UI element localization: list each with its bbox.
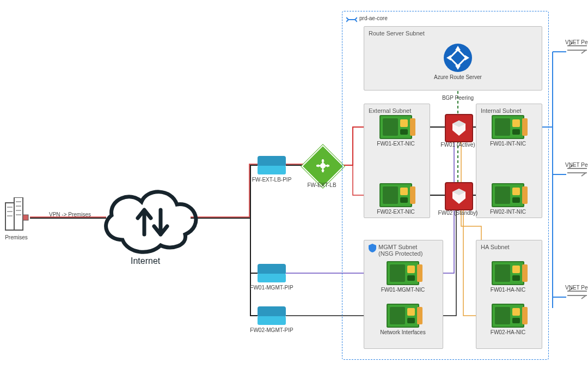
ha-subnet-title: HA Subnet bbox=[481, 244, 510, 250]
route-server-subnet-title: Route Server Subnet bbox=[369, 30, 425, 37]
internet-label: Internet bbox=[131, 256, 160, 266]
fw02-int-nic-icon bbox=[492, 183, 524, 207]
fw02-ha-nic-icon bbox=[492, 304, 524, 328]
vnet-icon bbox=[346, 15, 357, 25]
vnet-peer-3-label: VNET Peer bbox=[565, 285, 588, 291]
fw01-ext-nic-icon bbox=[379, 115, 412, 139]
pip-ext-lb-icon bbox=[258, 156, 286, 174]
internet-cloud-icon bbox=[95, 180, 204, 263]
vnet-peer-1: VNET Peer bbox=[562, 39, 588, 56]
pip-mgmt1-label: FW01-MGMT-PIP bbox=[250, 285, 293, 291]
fw02-label: FW02 (Standby) bbox=[438, 210, 478, 216]
fw02-ext-nic-icon bbox=[379, 183, 412, 207]
mgmt-subnet-title: MGMT Subnet (NSG Protected) bbox=[378, 244, 422, 257]
fw01-icon bbox=[445, 114, 473, 142]
fw01-ha-nic-label: FW01-HA-NIC bbox=[491, 287, 525, 293]
svg-point-10 bbox=[320, 163, 326, 168]
fw01-mgmt-nic-label: FW01-MGMT-NIC bbox=[381, 287, 425, 293]
vnet-peer-2-label: VNET Peer bbox=[565, 162, 588, 168]
vnet-name: prd-ae-core bbox=[359, 15, 388, 21]
onprem-label: Premises bbox=[2, 234, 30, 240]
external-subnet-title: External Subnet bbox=[369, 107, 411, 114]
fw02-mgmt-nic-label: Network Interfaces bbox=[380, 329, 425, 335]
fw02-mgmt-nic-icon bbox=[387, 304, 419, 328]
load-balancer-label: FW-EXT-LB bbox=[307, 182, 336, 188]
svg-rect-1 bbox=[14, 197, 23, 230]
pip-mgmt1-icon bbox=[258, 264, 286, 282]
fw02-ha-nic-label: FW02-HA-NIC bbox=[491, 329, 525, 335]
azure-route-server-icon bbox=[444, 44, 472, 72]
fw01-mgmt-nic-icon bbox=[387, 261, 419, 285]
nsg-shield-icon bbox=[369, 244, 376, 254]
fw02-ext-nic-label: FW02-EXT-NIC bbox=[377, 209, 414, 215]
vnet-peer-2: VNET Peer bbox=[562, 162, 588, 178]
vnet-peer-3: VNET Peer bbox=[562, 285, 588, 301]
bgp-peering-label: BGP Peering bbox=[442, 95, 474, 101]
vpn-label: VPN -> Premises bbox=[49, 212, 91, 218]
svg-rect-2 bbox=[23, 215, 28, 220]
onprem-building-icon bbox=[3, 197, 29, 233]
pip-mgmt2-label: FW02-MGMT-PIP bbox=[250, 327, 293, 333]
fw01-ext-nic-label: FW01-EXT-NIC bbox=[377, 141, 414, 147]
fw01-label: FW01 (Active) bbox=[440, 142, 475, 148]
pip-mgmt2-icon bbox=[258, 306, 286, 325]
pip-ext-lb-label: FW-EXT-LB-PIP bbox=[252, 177, 292, 183]
fw01-int-nic-icon bbox=[492, 115, 524, 139]
vnet-peer-1-label: VNET Peer bbox=[565, 39, 588, 45]
internal-subnet-title: Internal Subnet bbox=[481, 107, 522, 114]
load-balancer-icon bbox=[308, 151, 338, 182]
azure-route-server-label: Azure Route Server bbox=[434, 74, 482, 80]
fw01-int-nic-label: FW01-INT-NIC bbox=[490, 141, 526, 147]
fw02-icon bbox=[445, 182, 473, 210]
fw01-ha-nic-icon bbox=[492, 261, 524, 285]
fw02-int-nic-label: FW02-INT-NIC bbox=[490, 209, 526, 215]
